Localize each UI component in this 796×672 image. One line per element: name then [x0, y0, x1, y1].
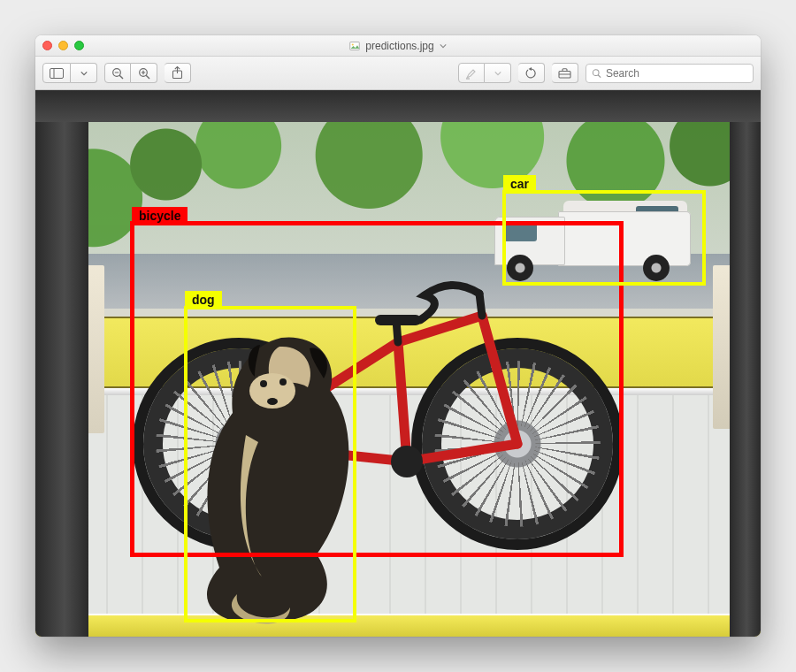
share-icon: [172, 66, 183, 80]
sidebar-menu-button[interactable]: [71, 63, 97, 83]
sidebar-toggle-button[interactable]: [42, 63, 71, 83]
bbox-car: car: [502, 190, 706, 286]
zoom-out-button[interactable]: [104, 63, 131, 83]
svg-line-17: [598, 74, 601, 77]
window-controls: [42, 41, 84, 50]
toolbar: [35, 57, 761, 90]
rotate-icon: [524, 67, 538, 80]
search-input[interactable]: [606, 67, 747, 80]
share-button[interactable]: [165, 63, 191, 83]
svg-line-5: [119, 75, 123, 79]
zoom-out-icon: [111, 67, 124, 80]
minimize-button[interactable]: [58, 41, 68, 50]
sidebar-icon: [50, 68, 64, 79]
bbox-label: bicycle: [132, 207, 188, 225]
highlight-menu-button[interactable]: [485, 63, 511, 83]
zoom-button[interactable]: [74, 41, 84, 50]
chevron-down-icon: [80, 70, 88, 77]
svg-point-16: [593, 69, 599, 75]
image-canvas: bicycle car dog: [35, 90, 761, 637]
svg-point-1: [352, 43, 354, 45]
close-button[interactable]: [42, 41, 52, 50]
window-filename: predictions.jpg: [365, 40, 433, 52]
titlebar: predictions.jpg: [35, 35, 761, 57]
svg-rect-2: [50, 68, 64, 78]
preview-window: predictions.jpg: [35, 35, 761, 637]
jpeg-file-icon: [349, 41, 360, 51]
highlighter-icon: [465, 67, 478, 80]
highlight-button[interactable]: [458, 63, 485, 83]
bbox-label: dog: [185, 291, 222, 309]
bbox-label: car: [503, 175, 536, 194]
markup-button[interactable]: [552, 63, 578, 83]
rotate-button[interactable]: [518, 63, 545, 83]
svg-rect-0: [350, 42, 360, 50]
chevron-down-icon[interactable]: [440, 42, 447, 50]
toolbox-icon: [558, 68, 571, 79]
search-field[interactable]: [586, 64, 754, 83]
search-icon: [592, 68, 601, 79]
window-title: predictions.jpg: [35, 40, 761, 52]
zoom-in-icon: [138, 67, 150, 80]
svg-line-8: [146, 75, 149, 79]
bbox-dog: dog: [184, 306, 356, 622]
zoom-in-button[interactable]: [131, 63, 157, 83]
chevron-down-icon: [494, 70, 501, 77]
